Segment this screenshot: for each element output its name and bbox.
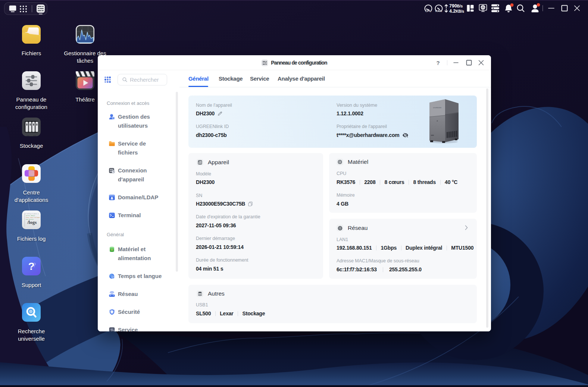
svg-text:UGREEN: UGREEN	[433, 107, 441, 109]
svg-text:?: ?	[32, 262, 36, 268]
svg-text:790B/s: 790B/s	[449, 3, 463, 9]
svg-text:4.2KB/s: 4.2KB/s	[449, 9, 465, 14]
svg-text:RAM: RAM	[435, 9, 442, 13]
svg-text:const local follower: const local follower	[26, 217, 40, 218]
svg-text:parent domain: parent domain	[26, 215, 35, 216]
svg-text:CPU: CPU	[425, 9, 432, 13]
svg-text:/logs: /logs	[27, 219, 37, 225]
svg-text:● config at point ●: ● config at point ●	[25, 213, 38, 215]
